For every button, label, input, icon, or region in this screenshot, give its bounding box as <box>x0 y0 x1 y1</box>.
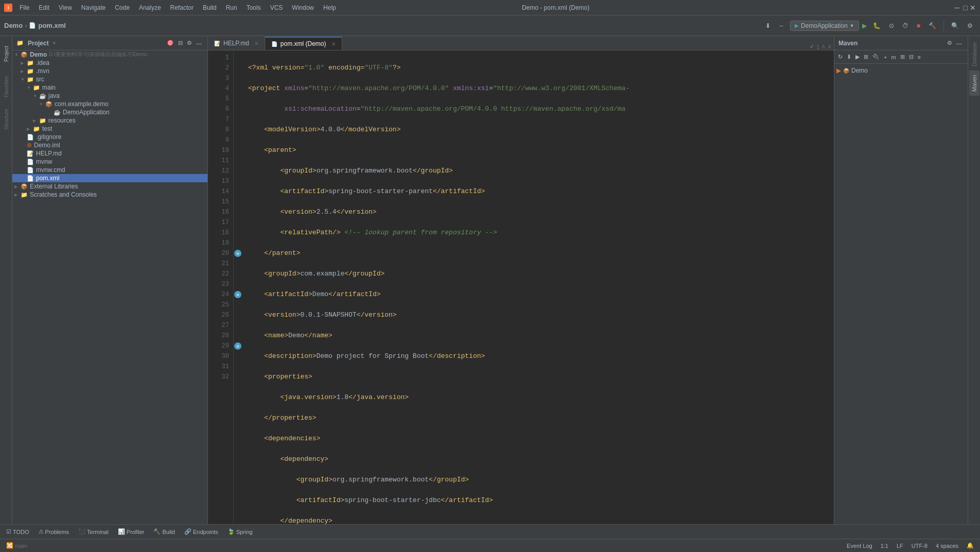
locate-file-button[interactable]: 🎯 <box>165 39 176 47</box>
collapse-all-button[interactable]: ⊟ <box>177 39 184 47</box>
tree-item-main[interactable]: ▼ 📁 main <box>12 83 207 92</box>
tree-item-demo[interactable]: ▼ 📦 Demo D:\重要资料\学习\实训项目\后端练习\Demo <box>12 50 207 59</box>
profile-button[interactable]: ⏱ <box>899 21 912 31</box>
build-output-button[interactable]: 🔨 Build <box>149 527 179 536</box>
tree-item-demo-iml[interactable]: ▶ ⚙ Demo.iml <box>12 141 207 149</box>
maven-expand-button[interactable]: ≡ <box>916 54 922 61</box>
tree-item-src[interactable]: ▼ 📁 src <box>12 75 207 83</box>
window-title: Demo - pom.xml (Demo) <box>522 4 589 11</box>
line-col-indicator[interactable]: 1:1 <box>879 542 890 549</box>
menu-view[interactable]: View <box>55 3 76 12</box>
indent-indicator[interactable]: 4 spaces <box>934 542 960 549</box>
todo-button[interactable]: ☑ TODO <box>2 527 33 536</box>
tree-item-package[interactable]: ▼ 📦 com.example.demo <box>12 100 207 108</box>
tree-item-scratches[interactable]: ▶ 📁 Scratches and Consoles <box>12 191 207 199</box>
maven-plugins-button[interactable]: 🔌 <box>871 53 881 61</box>
menu-window[interactable]: Window <box>288 3 318 12</box>
tree-item-pom-xml[interactable]: ▶ 📄 pom.xml <box>12 174 207 182</box>
tab-pom-xml[interactable]: 📄 pom.xml (Demo) ✕ <box>265 37 342 50</box>
terminal-button[interactable]: ⬛ Terminal <box>74 527 113 536</box>
event-log-button[interactable]: Event Log <box>845 542 874 549</box>
coverage-button[interactable]: ⊙ <box>886 21 897 31</box>
maven-settings-button[interactable]: ⚙ <box>946 39 954 47</box>
tree-item-demo-app[interactable]: ▶ ☕ DemoApplication <box>12 108 207 116</box>
maven-collapse-button[interactable]: ⊟ <box>907 53 915 61</box>
run-button[interactable]: ▶ <box>861 21 868 30</box>
menu-analyze[interactable]: Analyze <box>135 3 165 12</box>
close-tab-pom[interactable]: ✕ <box>331 41 336 47</box>
line-numbers: 12345 678910 1112131415 1617181920 21222… <box>208 50 234 524</box>
line-ending-indicator[interactable]: LF <box>895 542 905 549</box>
tree-item-resources[interactable]: ▶ 📁 resources <box>12 116 207 125</box>
notifications-icon[interactable]: 🔔 <box>965 542 976 549</box>
code-content[interactable]: <?xml version="1.0" encoding="UTF-8"?> <… <box>244 50 834 524</box>
tab-help-md[interactable]: 📝 HELP.md ✕ <box>208 37 265 50</box>
project-panel-toggle[interactable]: Project <box>1 38 11 69</box>
menu-vcs[interactable]: VCS <box>266 3 287 12</box>
dependency-icon-20[interactable]: ⚙ <box>234 250 241 257</box>
search-button[interactable]: 🔍 <box>948 21 962 31</box>
maven-close-button[interactable]: — <box>955 39 964 47</box>
endpoints-icon: 🔗 <box>184 528 191 535</box>
editor-area: 📝 HELP.md ✕ 📄 pom.xml (Demo) ✕ ✓ 1 ∧ ∨ 1… <box>208 36 834 524</box>
menu-navigate[interactable]: Navigate <box>77 3 110 12</box>
code-editor[interactable]: 12345 678910 1112131415 1617181920 21222… <box>208 50 834 524</box>
tree-item-java[interactable]: ▼ ☕ java <box>12 92 207 100</box>
close-tab-help[interactable]: ✕ <box>254 41 258 46</box>
structure-panel-toggle[interactable]: Structure <box>1 104 11 135</box>
sidebar-settings-button[interactable]: ⚙ <box>185 39 194 47</box>
maven-tab[interactable]: Maven <box>969 71 979 96</box>
close-sidebar-button[interactable]: — <box>195 39 203 47</box>
tree-item-ext-libs[interactable]: ▶ 📦 External Libraries <box>12 182 207 191</box>
run-config-selector[interactable]: ▶ DemoApplication ▼ <box>790 21 859 31</box>
favorites-panel-toggle[interactable]: Favorites <box>1 71 11 102</box>
maven-download-sources-button[interactable]: ⬇ <box>845 53 853 61</box>
close-button[interactable]: ✕ <box>970 4 976 12</box>
tree-item-gitignore[interactable]: ▶ 📄 .gitignore <box>12 133 207 141</box>
minimize-button[interactable]: ─ <box>953 4 961 12</box>
sidebar-title: Project <box>28 40 49 47</box>
stop-button[interactable]: ■ <box>914 21 923 31</box>
maven-refresh-button[interactable]: ↻ <box>836 53 844 61</box>
spring-button[interactable]: 🍃 Spring <box>223 527 257 536</box>
menu-code[interactable]: Code <box>111 3 134 12</box>
menu-tools[interactable]: Tools <box>242 3 265 12</box>
profiler-button[interactable]: 📊 Profiler <box>114 527 149 536</box>
maven-run-button[interactable]: ▶ <box>854 53 861 61</box>
tree-item-mvn[interactable]: ▶ 📁 .mvn <box>12 67 207 75</box>
tree-item-idea[interactable]: ▶ 📁 .idea <box>12 59 207 67</box>
breadcrumb-filename: pom.xml <box>38 22 65 29</box>
menu-run[interactable]: Run <box>222 3 241 12</box>
tree-item-mvnw-cmd[interactable]: ▶ 📄 mvnw.cmd <box>12 166 207 174</box>
debug-button[interactable]: 🐛 <box>870 21 884 31</box>
menu-build[interactable]: Build <box>199 3 221 12</box>
maven-execute-button[interactable]: m <box>889 54 897 61</box>
dependency-icon-29[interactable]: ⚙ <box>234 342 241 350</box>
build-button[interactable]: 🔨 <box>925 21 939 31</box>
problems-button[interactable]: ⚠ Problems <box>34 527 73 536</box>
maven-add-button[interactable]: + <box>882 54 888 61</box>
todo-icon: ☑ <box>6 528 11 535</box>
toolbar: Demo › 📄 pom.xml ⬇ ← ▶ DemoApplication ▼… <box>0 15 980 36</box>
tree-item-help-md[interactable]: ▶ 📝 HELP.md <box>12 149 207 158</box>
breadcrumb-project: Demo <box>4 22 23 29</box>
maximize-button[interactable]: □ <box>964 4 968 12</box>
menu-help[interactable]: Help <box>319 3 340 12</box>
tree-item-test[interactable]: ▶ 📁 test <box>12 125 207 133</box>
maven-item-demo[interactable]: ▶ 📦 Demo <box>836 66 966 75</box>
bottom-toolbar: ☑ TODO ⚠ Problems ⬛ Terminal 📊 Profiler … <box>0 524 980 539</box>
back-button[interactable]: ← <box>776 21 788 31</box>
database-tab[interactable]: Database <box>969 38 979 71</box>
dependency-icon-24[interactable]: ⚙ <box>234 291 241 298</box>
encoding-indicator[interactable]: UTF-8 <box>909 542 930 549</box>
maven-show-diagram-button[interactable]: ⊞ <box>899 53 906 61</box>
tree-item-mvnw[interactable]: ▶ 📄 mvnw <box>12 158 207 166</box>
build-icon: 🔨 <box>153 528 161 535</box>
menu-refactor[interactable]: Refactor <box>166 3 198 12</box>
settings-button[interactable]: ⚙ <box>964 21 976 31</box>
maven-lifecycle-button[interactable]: ⊞ <box>862 53 870 61</box>
menu-edit[interactable]: Edit <box>34 3 54 12</box>
vcs-update-button[interactable]: ⬇ <box>762 21 774 31</box>
endpoints-button[interactable]: 🔗 Endpoints <box>180 527 222 536</box>
menu-file[interactable]: File <box>15 3 33 12</box>
